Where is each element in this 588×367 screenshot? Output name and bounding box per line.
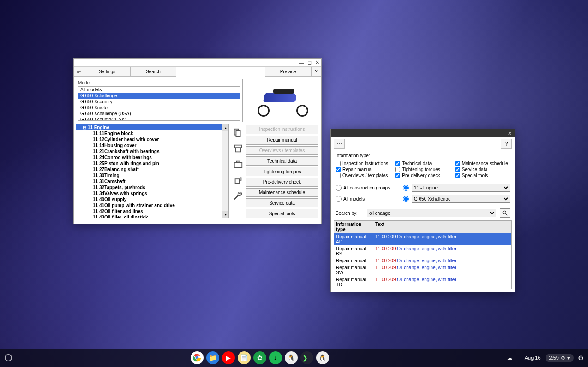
pump-icon[interactable] (233, 175, 243, 185)
terminal-icon[interactable]: ❯_ (300, 351, 313, 364)
all-groups-radio[interactable]: All construction groups (336, 185, 400, 191)
maintenance-schedule-button[interactable]: Maintenance schedule (246, 188, 318, 197)
model-label: Model (78, 80, 240, 85)
preface-button[interactable]: Preface (265, 67, 311, 77)
help-button[interactable]: ? (311, 67, 321, 77)
action-buttons: Inspection instructions Repair manual Ov… (246, 124, 321, 220)
files-icon[interactable]: 📁 (206, 351, 219, 364)
tree-node[interactable]: 11 32Tappets, pushrods (76, 184, 222, 190)
check-predelivery[interactable]: Pre-delivery check (395, 173, 450, 178)
result-row[interactable]: Repair manual AD11 00 209 Oil change, en… (334, 233, 511, 245)
penguin2-icon[interactable]: 🐧 (316, 351, 329, 364)
search-window: ✕ ⋯ ? Information type: Inspection instr… (330, 129, 515, 292)
tree-node[interactable]: 11 41Oil pump with strainer and drive (76, 202, 222, 208)
search-go-button[interactable] (500, 208, 510, 218)
minimize-icon[interactable]: — (299, 60, 304, 65)
main-window: — ◻ ✕ ⇤ Settings Search Preface ? Model … (73, 58, 322, 224)
toolbox-icon[interactable] (233, 159, 243, 169)
wrench-icon[interactable] (233, 190, 243, 201)
notes-icon[interactable]: 📄 (238, 351, 251, 364)
tree-panel: ⊟ 11 Engine11 11Engine block11 12Cylinde… (76, 124, 229, 218)
result-row[interactable]: Repair manual11 00 209 Oil change, engin… (334, 257, 511, 264)
service-data-button[interactable]: Service data (246, 198, 318, 207)
overflow-menu-icon[interactable]: ⋯ (334, 139, 345, 149)
check-special[interactable]: Special tools (455, 173, 510, 178)
tree-node[interactable]: 11 31Camshaft (76, 178, 222, 184)
model-item[interactable]: G 650 Xchallenge (USA) (78, 111, 240, 117)
tree-node[interactable]: 11 34Valves with springs (76, 190, 222, 196)
launcher-icon[interactable] (5, 354, 12, 361)
repair-manual-button[interactable]: Repair manual (246, 136, 318, 145)
check-service[interactable]: Service data (455, 167, 510, 172)
help-button[interactable]: ? (501, 139, 512, 149)
exit-icon[interactable]: ⇤ (74, 67, 84, 77)
result-row[interactable]: Repair manual SW11 00 209 Oil change, en… (334, 264, 511, 276)
special-tools-button[interactable]: Special tools (246, 209, 318, 218)
youtube-icon[interactable]: ▶ (222, 351, 235, 364)
tree-node[interactable]: 11 14Housing cover (76, 142, 222, 148)
search-input[interactable]: oil change (367, 209, 496, 217)
result-row[interactable]: Repair manual TD11 00 209 Oil change, en… (334, 276, 511, 288)
scroll-down-icon[interactable]: ▾ (222, 211, 228, 218)
spotify-icon[interactable]: ♪ (269, 351, 282, 364)
tree-root[interactable]: ⊟ 11 Engine (76, 124, 222, 130)
group-radio[interactable] (403, 185, 409, 191)
svg-line-5 (506, 214, 508, 216)
status-pill[interactable]: 2:59 ⚙ ▾ (546, 354, 574, 362)
model-radio[interactable] (403, 196, 409, 202)
inspection-button: Inspection instructions (246, 125, 318, 134)
model-item[interactable]: All models (78, 87, 240, 93)
scroll-up-icon[interactable]: ▴ (222, 124, 228, 131)
taskbar-date[interactable]: Aug 16 (525, 355, 541, 361)
maximize-icon[interactable]: ◻ (307, 59, 312, 65)
group-select[interactable]: 11 - Engine (412, 184, 510, 192)
technical-data-button[interactable]: Technical data (246, 156, 318, 166)
power-icon[interactable]: ⏻ (578, 355, 583, 361)
model-item[interactable]: G 650 Xmoto (78, 105, 240, 111)
tree-node[interactable]: 11 21Crankshaft with bearings (76, 148, 222, 154)
tree-node[interactable]: 11 40Oil supply (76, 196, 222, 202)
model-list[interactable]: All modelsG 650 XchallengeG 650 Xcountry… (78, 86, 240, 121)
search-button[interactable]: Search (130, 67, 176, 77)
check-repair[interactable]: Repair manual (336, 167, 390, 172)
check-technical[interactable]: Technical data (395, 161, 450, 166)
leaf-icon[interactable]: ✿ (253, 351, 266, 364)
tree-node[interactable]: 11 11Engine block (76, 130, 222, 136)
settings-gear-icon: ⚙ (561, 355, 565, 361)
tree-node[interactable]: 11 12Cylinder head with cover (76, 136, 222, 142)
model-item[interactable]: G 650 Xcountry (USA) (78, 117, 240, 121)
check-torques[interactable]: Tightening torques (395, 167, 450, 172)
settings-button[interactable]: Settings (84, 67, 130, 77)
all-models-radio[interactable]: All models (336, 196, 400, 202)
tree-node[interactable]: 11 27Balancing shaft (76, 166, 222, 172)
cloud-icon[interactable]: ☁ (507, 355, 512, 361)
overview-icon[interactable]: ≡ (517, 355, 520, 361)
tree-node[interactable]: 11 43Oil filler, oil dipstick (76, 214, 222, 218)
model-item[interactable]: G 650 Xcountry (78, 99, 240, 105)
document-group-icon[interactable] (233, 128, 243, 138)
model-item[interactable]: G 650 Xchallenge (78, 93, 240, 99)
tightening-torques-button[interactable]: Tightening torques (246, 167, 318, 176)
tree-node[interactable]: 11 42Oil filter and lines (76, 208, 222, 214)
measure-icon[interactable] (233, 143, 243, 154)
check-maintenance[interactable]: Maintenance schedule (455, 161, 510, 166)
check-inspection[interactable]: Inspection instructions (336, 161, 390, 166)
tree-node[interactable]: 11 30Timing (76, 172, 222, 178)
check-overviews[interactable]: Overviews / templates (336, 173, 390, 178)
predelivery-check-button[interactable]: Pre-delivery check (246, 178, 318, 187)
close-icon[interactable]: ✕ (508, 130, 512, 136)
result-row[interactable]: Repair manual BS11 00 209 Oil change, en… (334, 245, 511, 257)
window1-titlebar: — ◻ ✕ (74, 59, 321, 67)
penguin-icon[interactable]: 🐧 (285, 351, 298, 364)
chrome-icon[interactable] (191, 351, 204, 364)
information-type-group: Information type: Inspection instruction… (336, 153, 510, 178)
tree-view[interactable]: ⊟ 11 Engine11 11Engine block11 12Cylinde… (76, 124, 222, 218)
close-icon[interactable]: ✕ (315, 59, 319, 65)
model-select[interactable]: G 650 Xchallenge (412, 195, 510, 203)
magnifier-icon (502, 210, 508, 216)
tree-node[interactable]: 11 25Piston with rings and pin (76, 160, 222, 166)
tree-node[interactable]: 11 24Conrod with bearings (76, 154, 222, 160)
scrollbar[interactable]: ▴ ▾ (222, 124, 228, 218)
search-by-label: Search by: (336, 211, 363, 216)
preview-image (246, 79, 319, 122)
